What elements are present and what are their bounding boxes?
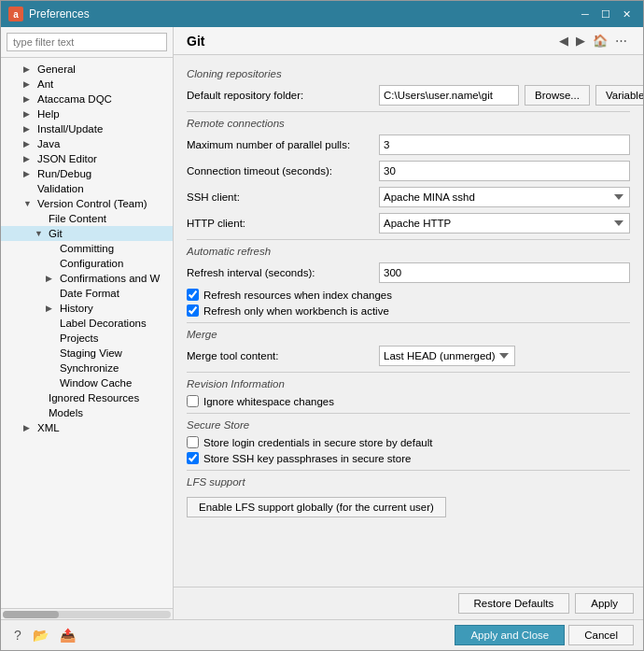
interval-label: Refresh interval (seconds): [187,267,373,278]
arrow-icon: ▶ [35,214,46,223]
close-button[interactable]: ✕ [617,6,636,22]
panel-header: Git ◀ ▶ 🏠 ⋯ [174,27,643,55]
max-pulls-row: Maximum number of parallel pulls: [187,134,630,155]
sidebar-item-xml[interactable]: ▶ XML [1,420,173,435]
remote-section-label: Remote connections [187,118,630,129]
apply-close-button[interactable]: Apply and Close [455,625,565,645]
nav-forward-button[interactable]: ▶ [573,33,588,49]
lfs-section-label: LFS support [187,476,630,488]
sidebar-item-label: Java [37,138,60,149]
ssh-select[interactable]: Apache MINA sshd [379,187,630,207]
cancel-button[interactable]: Cancel [568,625,634,645]
sidebar-item-stagingview[interactable]: ▶ Staging View [1,346,173,361]
restore-button[interactable]: ☐ [596,6,615,22]
import-icon-button[interactable]: 📤 [56,626,79,644]
sidebar-item-ataccama[interactable]: ▶ Ataccama DQC [1,92,173,106]
sidebar-item-label: Install/Update [37,123,103,134]
revision-whitespace-checkbox[interactable] [187,395,199,407]
restore-defaults-button[interactable]: Restore Defaults [458,593,570,614]
sidebar-item-filecontent[interactable]: ▶ File Content [1,211,173,226]
export-icon-button[interactable]: 📂 [29,626,52,644]
titlebar: a Preferences ─ ☐ ✕ [1,1,643,27]
default-folder-input[interactable] [379,85,519,106]
timeout-label: Connection timeout (seconds): [187,165,373,177]
merge-section-label: Merge [187,329,630,340]
browse-button[interactable]: Browse... [525,85,590,106]
sidebar-item-label: History [60,303,93,314]
secure-ssh-label: Store SSH key passphrases in secure stor… [203,453,411,464]
refresh-workbench-checkbox[interactable] [187,304,199,317]
sidebar-item-git[interactable]: ▼ Git [1,226,173,241]
nav-back-button[interactable]: ◀ [556,33,571,49]
sidebar-item-label: Version Control (Team) [37,198,147,209]
sidebar-scrollbar[interactable] [1,608,173,619]
scroll-thumb [3,611,59,618]
secure-ssh-checkbox[interactable] [187,452,199,464]
refresh-index-label: Refresh resources when index changes [203,290,392,301]
timeout-input[interactable] [379,161,630,181]
max-pulls-input[interactable] [379,134,630,155]
apply-button[interactable]: Apply [575,593,634,614]
sidebar-item-projects[interactable]: ▶ Projects [1,331,173,346]
sidebar-item-java[interactable]: ▶ Java [1,136,173,151]
cloning-section-label: Cloning repositories [187,68,630,79]
preferences-window: a Preferences ─ ☐ ✕ ▶ General ▶ Ant [0,0,644,651]
lfs-button[interactable]: Enable LFS support globally (for the cur… [187,497,446,517]
sidebar-item-help[interactable]: ▶ Help [1,106,173,121]
arrow-icon: ▶ [23,139,35,149]
merge-tool-select[interactable]: Last HEAD (unmerged) [379,346,515,366]
sidebar-item-label: File Content [49,213,106,224]
arrow-icon: ▶ [35,408,46,417]
arrow-icon: ▶ [46,348,57,358]
minimize-button[interactable]: ─ [576,6,595,22]
sidebar-item-labeldecorations[interactable]: ▶ Label Decorations [1,316,173,331]
sidebar-item-versioncontrol[interactable]: ▼ Version Control (Team) [1,196,173,211]
filter-input[interactable] [7,33,167,51]
sidebar-item-label: Confirmations and W [60,273,160,284]
secure-credentials-row: Store login credentials in secure store … [187,436,630,448]
sidebar-item-label: Staging View [60,347,122,359]
bottom-bar: ? 📂 📤 Apply and Close Cancel [1,619,643,650]
secure-credentials-label: Store login credentials in secure store … [203,437,432,448]
sidebar-item-ant[interactable]: ▶ Ant [1,77,173,92]
sidebar-item-confirmations[interactable]: ▶ Confirmations and W [1,271,173,286]
sidebar-item-label: Synchronize [60,362,119,374]
sidebar: ▶ General ▶ Ant ▶ Ataccama DQC ▶ Help ▶ [1,27,174,619]
bottom-left: ? 📂 📤 [10,626,79,644]
arrow-icon: ▼ [35,229,46,238]
nav-home-button[interactable]: 🏠 [590,33,610,49]
sidebar-item-ignoredresources[interactable]: ▶ Ignored Resources [1,390,173,405]
panel-footer: Restore Defaults Apply [174,587,643,619]
interval-input[interactable] [379,262,630,283]
variable-button[interactable]: Variable... [595,85,643,106]
sidebar-item-configuration[interactable]: ▶ Configuration [1,256,173,271]
help-icon-button[interactable]: ? [10,626,25,644]
sidebar-item-windowcache[interactable]: ▶ Window Cache [1,375,173,390]
arrow-icon: ▶ [46,274,57,283]
revision-section-label: Revision Information [187,378,630,389]
nav-more-button[interactable]: ⋯ [612,33,630,49]
filter-box [1,27,173,58]
sidebar-item-json[interactable]: ▶ JSON Editor [1,151,173,166]
http-select[interactable]: Apache HTTP [379,213,630,234]
bottom-right: Apply and Close Cancel [455,625,634,645]
arrow-icon: ▶ [46,304,57,313]
revision-whitespace-row: Ignore whitespace changes [187,395,630,407]
sidebar-item-label: JSON Editor [37,153,97,164]
tree-area: ▶ General ▶ Ant ▶ Ataccama DQC ▶ Help ▶ [1,58,173,608]
arrow-icon: ▶ [46,318,57,328]
sidebar-item-install[interactable]: ▶ Install/Update [1,121,173,136]
sidebar-item-committing[interactable]: ▶ Committing [1,241,173,256]
sidebar-item-validation[interactable]: ▶ Validation [1,181,173,196]
refresh-index-checkbox[interactable] [187,289,199,301]
secure-ssh-row: Store SSH key passphrases in secure stor… [187,452,630,464]
sidebar-item-general[interactable]: ▶ General [1,62,173,77]
secure-credentials-checkbox[interactable] [187,436,199,448]
sidebar-item-rundebug[interactable]: ▶ Run/Debug [1,166,173,181]
main-content: ▶ General ▶ Ant ▶ Ataccama DQC ▶ Help ▶ [1,27,643,619]
sidebar-item-dateformat[interactable]: ▶ Date Format [1,286,173,301]
sidebar-item-label: Label Decorations [60,318,147,329]
sidebar-item-models[interactable]: ▶ Models [1,405,173,420]
sidebar-item-synchronize[interactable]: ▶ Synchronize [1,361,173,375]
sidebar-item-history[interactable]: ▶ History [1,301,173,316]
